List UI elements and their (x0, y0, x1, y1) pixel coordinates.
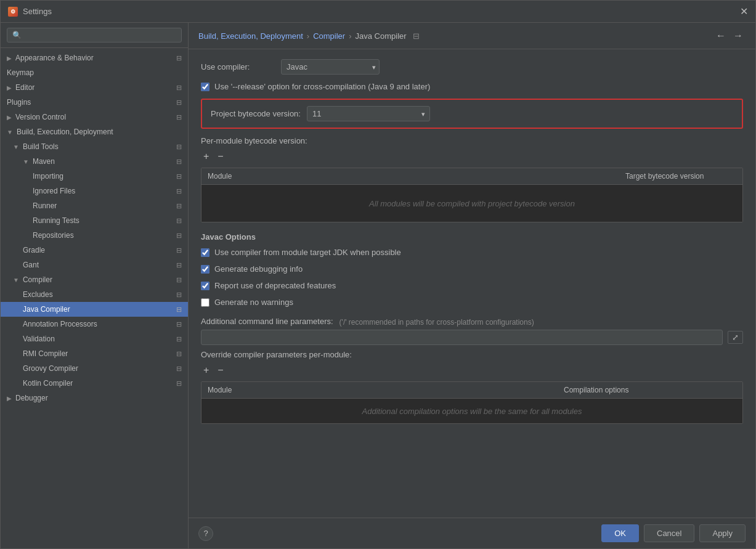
dialog-title: Settings (23, 7, 52, 16)
module-table: Module Target bytecode version All modul… (201, 168, 743, 222)
sidebar: ▶ Appearance & Behavior ⊟ Keymap ▶ Edito… (1, 23, 189, 548)
use-module-target-checkbox[interactable] (201, 248, 209, 257)
sidebar-item-label: Maven (33, 157, 55, 166)
settings-icon: ⊟ (176, 350, 182, 358)
settings-icon: ⊟ (176, 291, 182, 299)
sidebar-item-gradle[interactable]: Gradle ⊟ (1, 243, 188, 258)
nav-forward-button[interactable]: → (731, 29, 746, 43)
generate-no-warnings-checkbox[interactable] (201, 298, 209, 307)
sidebar-item-excludes[interactable]: Excludes ⊟ (1, 287, 188, 302)
module-col-header: Module (201, 168, 619, 184)
sidebar-item-editor[interactable]: ▶ Editor ⊟ (1, 80, 188, 95)
settings-icon: ⊟ (176, 380, 182, 388)
breadcrumb-nav: ← → (713, 29, 746, 43)
arrow-icon: ▼ (13, 144, 19, 150)
sidebar-item-annotation-processors[interactable]: Annotation Processors ⊟ (1, 317, 188, 331)
apply-button[interactable]: Apply (699, 524, 746, 542)
release-option-checkbox[interactable] (201, 83, 209, 91)
settings-icon: ⊟ (176, 276, 182, 284)
sidebar-item-java-compiler[interactable]: Java Compiler ⊟ (1, 302, 188, 317)
generate-debugging-row: Generate debugging info (201, 264, 743, 274)
search-input[interactable] (7, 28, 182, 43)
sidebar-item-build-tools[interactable]: ▼ Build Tools ⊟ (1, 139, 188, 154)
arrow-icon: ▶ (7, 114, 12, 121)
add-module-button[interactable]: + (201, 150, 211, 163)
breadcrumb-part-3: Java Compiler (356, 31, 407, 41)
settings-icon: ⊟ (176, 365, 182, 373)
sidebar-item-maven[interactable]: ▼ Maven ⊟ (1, 154, 188, 169)
ok-button[interactable]: OK (601, 524, 639, 542)
settings-icon: ⊟ (176, 202, 182, 210)
sidebar-item-debugger[interactable]: ▶ Debugger (1, 391, 188, 405)
add-override-button[interactable]: + (201, 364, 211, 376)
cmd-params-input[interactable] (201, 330, 723, 345)
breadcrumb-part-1[interactable]: Build, Execution, Deployment (198, 31, 303, 41)
settings-icon: ⊟ (176, 158, 182, 166)
cancel-button[interactable]: Cancel (644, 524, 694, 542)
module-table-body: All modules will be compiled with projec… (201, 185, 742, 222)
sidebar-item-label: Build Tools (23, 142, 59, 151)
sidebar-item-kotlin-compiler[interactable]: Kotlin Compiler ⊟ (1, 376, 188, 391)
target-bytecode-col-header: Target bytecode version (619, 168, 742, 184)
sidebar-tree: ▶ Appearance & Behavior ⊟ Keymap ▶ Edito… (1, 48, 188, 548)
sidebar-item-compiler[interactable]: ▼ Compiler ⊟ (1, 272, 188, 287)
cmd-expand-button[interactable]: ⤢ (728, 331, 743, 344)
sidebar-item-appearance[interactable]: ▶ Appearance & Behavior ⊟ (1, 51, 188, 65)
sidebar-item-label: Excludes (23, 290, 53, 299)
remove-module-button[interactable]: − (215, 150, 226, 163)
override-section: Override compiler parameters per-module:… (201, 350, 743, 424)
override-table-header: Module Compilation options (201, 382, 742, 399)
dialog-body: ▶ Appearance & Behavior ⊟ Keymap ▶ Edito… (1, 23, 755, 548)
sidebar-item-label: Gant (23, 261, 39, 269)
sidebar-item-gant[interactable]: Gant ⊟ (1, 258, 188, 272)
breadcrumb-sep-1: › (307, 31, 309, 41)
sidebar-item-label: Annotation Processors (23, 320, 97, 328)
sidebar-item-build-exec-deploy[interactable]: ▼ Build, Execution, Deployment (1, 124, 188, 139)
generate-debugging-checkbox[interactable] (201, 265, 209, 274)
override-module-col: Module (201, 382, 558, 398)
javac-options-section: Javac Options Use compiler from module t… (201, 232, 743, 307)
report-deprecated-checkbox[interactable] (201, 282, 209, 290)
sidebar-item-importing[interactable]: Importing ⊟ (1, 169, 188, 184)
generate-debugging-label: Generate debugging info (214, 264, 303, 274)
remove-override-button[interactable]: − (215, 364, 226, 376)
sidebar-item-rmi-compiler[interactable]: RMI Compiler ⊟ (1, 346, 188, 361)
settings-icon: ⊟ (176, 217, 182, 225)
release-option-label: Use '--release' option for cross-compila… (214, 82, 430, 91)
sidebar-item-label: Gradle (23, 246, 45, 254)
sidebar-item-validation[interactable]: Validation ⊟ (1, 331, 188, 346)
sidebar-item-label: Groovy Compiler (23, 364, 78, 373)
cmd-params-label-row: Additional command line parameters: ('/'… (201, 317, 743, 327)
sidebar-item-running-tests[interactable]: Running Tests ⊟ (1, 213, 188, 228)
sidebar-item-ignored-files[interactable]: Ignored Files ⊟ (1, 184, 188, 198)
generate-no-warnings-row: Generate no warnings (201, 298, 743, 307)
sidebar-item-plugins[interactable]: Plugins ⊟ (1, 95, 188, 110)
sidebar-item-runner[interactable]: Runner ⊟ (1, 198, 188, 213)
use-compiler-row: Use compiler: Javac Eclipse Ajc (201, 59, 743, 75)
sidebar-item-groovy-compiler[interactable]: Groovy Compiler ⊟ (1, 361, 188, 376)
sidebar-item-label: Keymap (7, 68, 34, 77)
settings-icon: ⊟ (176, 113, 182, 121)
breadcrumb-part-2[interactable]: Compiler (313, 31, 345, 41)
use-module-target-row: Use compiler from module target JDK when… (201, 248, 743, 257)
arrow-icon: ▼ (7, 129, 13, 136)
breadcrumb-bar: Build, Execution, Deployment › Compiler … (189, 23, 755, 49)
settings-icon: ⊟ (176, 99, 182, 107)
bytecode-select[interactable]: 8 9 10 11 12 13 14 15 16 17 (307, 106, 430, 121)
settings-icon: ⊟ (176, 173, 182, 181)
breadcrumb-menu-icon[interactable]: ⊟ (413, 31, 420, 41)
sidebar-item-keymap[interactable]: Keymap (1, 65, 188, 80)
sidebar-item-label: RMI Compiler (23, 349, 68, 358)
sidebar-item-label: Editor (15, 83, 35, 92)
nav-back-button[interactable]: ← (713, 29, 728, 43)
report-deprecated-label: Report use of deprecated features (214, 281, 336, 290)
sidebar-item-version-control[interactable]: ▶ Version Control ⊟ (1, 110, 188, 124)
help-button[interactable]: ? (198, 526, 213, 541)
settings-icon: ⊟ (176, 261, 182, 269)
compiler-select[interactable]: Javac Eclipse Ajc (281, 59, 380, 75)
settings-icon: ⊟ (176, 84, 182, 92)
sidebar-item-label: Running Tests (33, 216, 79, 225)
sidebar-item-label: Runner (33, 201, 57, 210)
close-button[interactable]: ✕ (740, 7, 748, 17)
sidebar-item-repositories[interactable]: Repositories ⊟ (1, 228, 188, 243)
